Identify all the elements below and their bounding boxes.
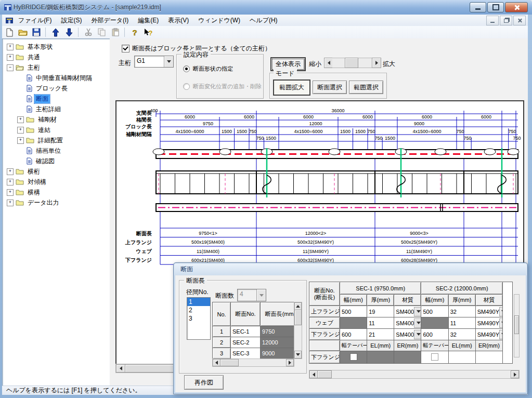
expand-minus-icon[interactable]: − xyxy=(7,64,14,71)
scroll-thumb[interactable] xyxy=(294,310,302,325)
tree-item-cross-girder[interactable]: +横桁 xyxy=(7,167,42,176)
same-as-block-checkbox[interactable] xyxy=(122,45,129,52)
expand-plus-icon[interactable]: + xyxy=(7,179,14,185)
mode-select-section-button[interactable]: 断面選択 xyxy=(313,81,347,94)
copy-button[interactable] xyxy=(96,26,108,38)
context-help-button[interactable]: ? xyxy=(142,26,154,38)
scroll-left-button[interactable] xyxy=(213,359,220,366)
menu-file[interactable]: ファイル(F) xyxy=(14,15,56,26)
section-no-cell[interactable]: SEC-2 xyxy=(231,337,261,348)
close-button[interactable] xyxy=(505,2,528,12)
dialog-title-bar[interactable]: 断面 xyxy=(174,263,527,275)
dropdown-button[interactable] xyxy=(414,307,421,316)
redraw-button[interactable]: 再作図 xyxy=(184,375,224,390)
taper-checkbox[interactable] xyxy=(350,353,357,361)
tree-item-common[interactable]: +共通 xyxy=(7,52,42,62)
zoom-slider-thumb[interactable] xyxy=(345,58,358,68)
section-count-select[interactable]: 4 xyxy=(237,289,266,301)
expand-plus-icon[interactable]: + xyxy=(17,116,24,123)
thickness-field[interactable]: 32 xyxy=(448,329,475,340)
length-table-vscrollbar[interactable] xyxy=(294,302,302,359)
table-row[interactable]: 1 SEC-1 9750 xyxy=(213,326,301,337)
span-item-1[interactable]: 1 xyxy=(187,298,210,306)
title-bar[interactable]: HyBRIDGE/鋼鈑桁橋製図システム - [sample219.idm] xyxy=(0,0,532,15)
menu-window[interactable]: ウィンドウ(W) xyxy=(193,15,245,26)
minimize-button[interactable] xyxy=(470,2,486,12)
section-no-cell[interactable]: SEC-3 xyxy=(231,348,261,359)
new-document-button[interactable] xyxy=(3,26,16,38)
radio-section-shape[interactable] xyxy=(183,65,190,72)
mode-select-range-button[interactable]: 範囲選択 xyxy=(349,81,383,94)
dropdown-button[interactable] xyxy=(164,56,173,67)
menu-help[interactable]: ヘルプ(H) xyxy=(245,15,282,26)
expand-plus-icon[interactable]: + xyxy=(7,189,14,196)
dropdown-button[interactable] xyxy=(414,330,421,339)
width-field[interactable]: 600 xyxy=(340,329,367,340)
mdi-close-button[interactable] xyxy=(513,16,526,25)
span-listbox[interactable]: 1 2 3 xyxy=(187,297,211,340)
tree-item-main-girder[interactable]: −主桁 xyxy=(7,63,42,72)
menu-settings[interactable]: 設定(S) xyxy=(56,15,86,26)
expand-plus-icon[interactable]: + xyxy=(7,54,14,61)
tree-item-section[interactable]: 断面 xyxy=(27,94,50,103)
material-select[interactable]: SM490Y xyxy=(477,307,501,316)
menu-view[interactable]: 表示(V) xyxy=(163,15,193,26)
table-row[interactable]: 2 SEC-2 12000 xyxy=(213,337,301,348)
scroll-right-button[interactable] xyxy=(286,359,294,366)
zoom-in-button[interactable] xyxy=(372,58,381,68)
width-field[interactable]: 600 xyxy=(421,329,448,340)
material-select[interactable]: SM490Y xyxy=(477,330,501,339)
tree-item-data-output[interactable]: +データ出力 xyxy=(7,198,61,207)
tree-item-confirmation-drawing[interactable]: 確認図 xyxy=(27,156,56,166)
thickness-field[interactable]: 11 xyxy=(448,317,475,329)
table-row[interactable]: 3 SEC-3 9000 xyxy=(213,348,301,359)
span-item-3[interactable]: 3 xyxy=(187,314,210,323)
material-select[interactable]: SM400 xyxy=(396,330,419,339)
scroll-right-button[interactable] xyxy=(511,370,519,378)
scroll-thumb[interactable] xyxy=(317,370,332,378)
er-field[interactable] xyxy=(475,351,502,364)
section-no-cell[interactable]: SEC-1 xyxy=(231,326,261,337)
move-up-button[interactable] xyxy=(49,26,62,38)
width-field[interactable]: 500 xyxy=(421,306,448,317)
thickness-field[interactable]: 32 xyxy=(448,306,475,317)
material-select[interactable]: SM400 xyxy=(396,319,419,328)
tree-item-lateral-bracing[interactable]: +横構 xyxy=(7,188,42,197)
tree-item-stiffener[interactable]: +補剛材 xyxy=(17,115,58,124)
dropdown-button[interactable] xyxy=(414,319,421,328)
material-select[interactable]: SM490Y xyxy=(477,319,501,328)
taper-checkbox[interactable] xyxy=(431,353,438,361)
thickness-field[interactable]: 21 xyxy=(367,329,394,340)
scroll-thumb[interactable] xyxy=(220,359,239,366)
width-field[interactable]: 500 xyxy=(340,306,367,317)
tree-item-connection[interactable]: +連結 xyxy=(17,125,52,135)
tree-item-block-length[interactable]: ブロック長 xyxy=(27,84,69,93)
expand-plus-icon[interactable]: + xyxy=(7,200,14,206)
menu-external-data[interactable]: 外部データ(I) xyxy=(86,15,133,26)
mdi-restore-button[interactable] xyxy=(500,16,512,25)
material-select[interactable]: SM400 xyxy=(396,307,419,316)
dropdown-button[interactable] xyxy=(499,307,503,316)
tree-item-intermediate-stiffener-spacing[interactable]: 中間垂直補剛材間隔 xyxy=(27,73,94,83)
expand-plus-icon[interactable]: + xyxy=(17,127,24,134)
expand-plus-icon[interactable]: + xyxy=(17,137,24,144)
expand-plus-icon[interactable]: + xyxy=(7,168,14,175)
scroll-down-button[interactable] xyxy=(294,351,302,359)
open-folder-button[interactable] xyxy=(17,26,29,38)
mode-zoom-rect-button[interactable]: 範囲拡大 xyxy=(273,79,310,96)
thickness-field[interactable]: 19 xyxy=(367,306,394,317)
tree-item-detail-layout[interactable]: +詳細配置 xyxy=(17,136,64,145)
el-field[interactable] xyxy=(448,351,475,364)
girder-select[interactable]: G1 xyxy=(134,56,174,68)
length-table-hscrollbar[interactable] xyxy=(212,359,294,367)
mdi-minimize-button[interactable] xyxy=(486,16,499,25)
scroll-left-button[interactable] xyxy=(309,370,318,378)
tree-item-basic-shape[interactable]: +基本形状 xyxy=(7,42,54,51)
tree-item-girder-detail[interactable]: 主桁詳細 xyxy=(27,104,62,114)
scroll-left-button[interactable] xyxy=(116,364,125,373)
expand-plus-icon[interactable]: + xyxy=(7,44,14,50)
help-button[interactable]: ? xyxy=(128,26,141,38)
scroll-up-button[interactable] xyxy=(294,302,302,310)
span-item-2[interactable]: 2 xyxy=(187,306,210,314)
cut-button[interactable] xyxy=(82,26,95,38)
